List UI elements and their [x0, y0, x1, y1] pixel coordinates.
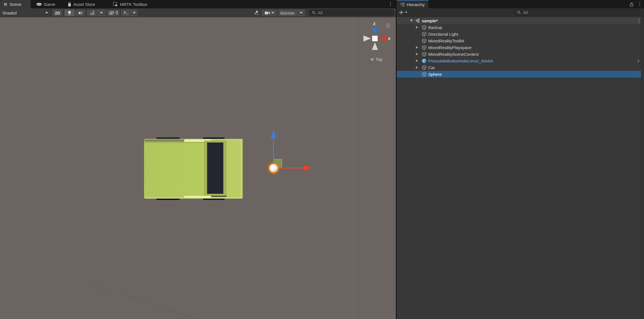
- orientation-center-cube[interactable]: [372, 36, 378, 41]
- gameobject-cube-icon: [422, 25, 427, 30]
- gameobject-label: MixedRealityToolkit: [428, 38, 464, 43]
- hidden-objects-count: 0: [116, 10, 118, 15]
- hierarchy-row-mixedrealityplayspace[interactable]: MixedRealityPlayspace: [397, 44, 641, 51]
- tab-scene-label: Scene: [9, 2, 21, 7]
- toolbar-separator: [51, 9, 51, 16]
- expand-triangle-icon[interactable]: [416, 66, 418, 69]
- tab-asset-store-label: Asset Store: [73, 2, 95, 7]
- unity-scene-icon: [415, 18, 420, 23]
- tab-mrtk-toolbox[interactable]: MRTK Toolbox: [109, 0, 159, 8]
- hierarchy-toolbar: [397, 8, 644, 17]
- 2d-toggle-button[interactable]: 2D: [52, 9, 63, 16]
- chevron-down-icon[interactable]: [271, 12, 274, 14]
- effects-icon: [90, 11, 95, 15]
- draw-mode-dropdown[interactable]: Shaded: [0, 9, 50, 16]
- hierarchy-row-directional-light[interactable]: Directional Light: [397, 31, 641, 37]
- tab-game-label: Game: [44, 2, 55, 7]
- video-camera-icon: [265, 11, 270, 15]
- gameobject-cube-icon: [422, 52, 427, 57]
- wrench-icon: [253, 10, 259, 16]
- gameobject-label: Sphere: [428, 72, 442, 77]
- scene-search-input[interactable]: [318, 10, 391, 15]
- hidden-objects-button[interactable]: 0: [107, 9, 120, 16]
- gameobject-cube-icon: [422, 45, 427, 50]
- car-windshield-glass: [207, 142, 223, 194]
- expand-triangle-icon[interactable]: [416, 26, 418, 29]
- collapse-triangle-icon[interactable]: [410, 20, 413, 22]
- orientation-z-label: Z: [373, 22, 375, 26]
- hierarchy-search-field[interactable]: [514, 9, 640, 16]
- 2d-toggle-label: 2D: [55, 11, 60, 15]
- orientation-x-cone[interactable]: [379, 35, 386, 42]
- expand-triangle-icon[interactable]: [416, 59, 418, 62]
- chevron-down-icon[interactable]: [300, 12, 303, 14]
- create-object-dropdown[interactable]: [399, 10, 407, 15]
- hierarchy-scrollbar[interactable]: [641, 17, 644, 319]
- scene-name: sample*: [422, 18, 438, 23]
- gizmos-dropdown[interactable]: Gizmos: [278, 9, 305, 16]
- gizmo-x-axis-arrow[interactable]: [304, 165, 312, 171]
- search-icon: [517, 10, 521, 14]
- button-separator: [130, 11, 131, 15]
- prefab-open-chevron-icon[interactable]: ›: [637, 58, 640, 64]
- view-lock-icon[interactable]: [386, 23, 390, 28]
- grid-visibility-button[interactable]: Y: [121, 9, 138, 16]
- hierarchy-search-input[interactable]: [523, 10, 637, 15]
- scene-audio-button[interactable]: [75, 9, 85, 16]
- scene-camera-button[interactable]: [262, 9, 277, 16]
- gizmo-x-axis-shaft[interactable]: [274, 168, 304, 168]
- tab-game[interactable]: Game: [33, 0, 60, 8]
- car-windshield-frame: [204, 141, 227, 197]
- button-separator: [297, 11, 298, 15]
- scene-effects-button[interactable]: [87, 9, 106, 16]
- gameobject-label: Directional Light: [428, 32, 458, 37]
- chevron-down-icon[interactable]: [133, 12, 136, 14]
- chevron-down-icon: [45, 12, 48, 14]
- tab-asset-store[interactable]: Asset Store: [64, 0, 104, 8]
- scene-pane-menu-icon[interactable]: ⋮: [388, 2, 393, 6]
- hierarchy-row-pressablebuttonhololens2-64x64[interactable]: PressableButtonHoloLens2_64x64›: [397, 57, 641, 64]
- hierarchy-row-sphere[interactable]: Sphere: [397, 71, 641, 78]
- hierarchy-row-mixedrealitytoolkit[interactable]: MixedRealityToolkit: [397, 37, 641, 44]
- expand-triangle-icon[interactable]: [416, 53, 418, 55]
- hierarchy-tree: sample* ⋮ BackupDirectional LightMixedRe…: [397, 17, 644, 319]
- scene-search-field[interactable]: [308, 9, 394, 16]
- hierarchy-row-car[interactable]: Car: [397, 64, 641, 71]
- panel-lock-icon[interactable]: [629, 2, 634, 7]
- view-mode-menu[interactable]: ≡ Top: [363, 57, 390, 62]
- orientation-cone-bottom[interactable]: [372, 42, 378, 50]
- scene-pane: Scene Game Asset Store MRTK Toolbox ⋮ Sh…: [0, 0, 396, 319]
- orientation-z-cone[interactable]: [372, 27, 378, 35]
- gameobject-label: Car: [428, 65, 435, 70]
- grid-line: [0, 87, 396, 88]
- view-mode-label: Top: [376, 57, 382, 62]
- gameobject-label: PressableButtonHoloLens2_64x64: [428, 59, 493, 63]
- hierarchy-list-icon: [400, 3, 405, 7]
- grid-edge-line: [86, 283, 200, 319]
- tab-scene[interactable]: Scene: [0, 0, 31, 8]
- prefab-cube-icon: [422, 58, 427, 64]
- sphere-object-selected[interactable]: [270, 164, 277, 172]
- orientation-cone-left[interactable]: [363, 35, 371, 42]
- scene-tools-button[interactable]: [251, 9, 261, 16]
- draw-mode-label: Shaded: [2, 11, 44, 15]
- gameobject-cube-icon: [422, 38, 427, 44]
- chevron-down-icon[interactable]: [100, 12, 103, 14]
- scene-header-row[interactable]: sample* ⋮: [397, 17, 644, 24]
- panel-menu-icon[interactable]: ⋮: [637, 2, 642, 6]
- hierarchy-row-backup[interactable]: Backup: [397, 24, 641, 31]
- shopping-bag-icon: [68, 2, 71, 7]
- tab-hierarchy[interactable]: Hierarchy: [397, 0, 428, 8]
- scene-lighting-button[interactable]: [64, 9, 75, 16]
- expand-triangle-icon[interactable]: [416, 46, 418, 49]
- hierarchy-pane: Hierarchy ⋮ sample* ⋮ Back: [397, 0, 644, 319]
- unity-editor-window: Scene Game Asset Store MRTK Toolbox ⋮ Sh…: [0, 0, 644, 319]
- gizmo-z-axis-shaft[interactable]: [273, 138, 274, 168]
- gameobject-label: MixedRealityPlayspace: [428, 45, 471, 50]
- gameobject-label: Backup: [428, 25, 442, 30]
- hierarchy-row-mixedrealityscenecontent[interactable]: MixedRealitySceneContent: [397, 51, 641, 57]
- gizmo-z-axis-arrow[interactable]: [270, 130, 277, 138]
- car-object[interactable]: [144, 139, 243, 199]
- scene-viewport[interactable]: Z X ≡ Top: [0, 17, 396, 319]
- scene-tabstrip: Scene Game Asset Store MRTK Toolbox ⋮: [0, 0, 396, 8]
